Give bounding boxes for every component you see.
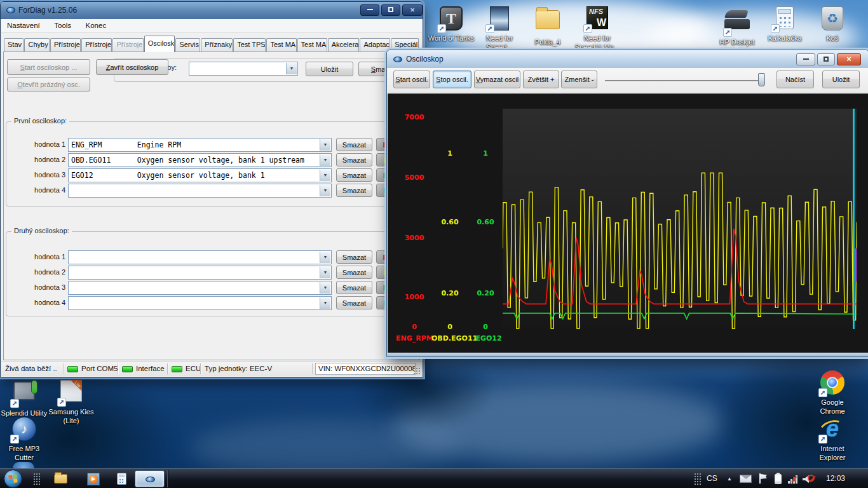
fordiag-window: ForDiag v1.25.06 × Nastavení Tools Konec… (0, 1, 423, 377)
scope2-row4-smazat-button[interactable]: Smazat (336, 296, 372, 309)
hodnota1-label: hodnota 1 (3, 253, 65, 261)
otevrit-prazdny-button[interactable]: Otevřít prázdný osc. (7, 78, 90, 92)
desktop-icon-samsung-kies[interactable]: Lite➚ Samsung Kies (Lite) (47, 379, 95, 425)
calculator-taskbar-icon[interactable] (117, 473, 126, 485)
network-tray-icon[interactable]: ✗ (788, 475, 798, 484)
chevron-down-icon[interactable]: ▼ (320, 154, 330, 166)
icon-label: Need for Speed... (475, 34, 524, 51)
desktop-icon-kos[interactable]: ♻ Koš (808, 6, 857, 43)
scope2-row2-smazat-button[interactable]: Smazat (336, 266, 372, 279)
tab-test-ma-2[interactable]: Test MA (297, 38, 327, 52)
desktop-icon-polda4[interactable]: Polda_4 (524, 6, 572, 46)
shortcut-arrow-icon: ➚ (10, 435, 19, 444)
scope1-hodnota3-combobox[interactable]: EGO12 Oxygen sensor voltage, bank 1▼ (68, 168, 332, 182)
chevron-down-icon[interactable]: ▼ (320, 139, 330, 151)
ulozit-button[interactable]: Uložit (822, 71, 860, 88)
desktop-icon-splendid-utility[interactable]: ➚ Splendid Utility (0, 379, 48, 417)
predvolby-ulozit-button[interactable]: Uložit (306, 62, 353, 76)
desktop-icon-free-mp3-cutter[interactable]: ♪➚ Free MP3 Cutter (0, 417, 48, 462)
stop-oscil-button[interactable]: Stop oscil. (433, 71, 471, 88)
scope2-hodnota1-combobox[interactable]: ▼ (68, 250, 332, 264)
action-center-flag-icon[interactable] (759, 473, 768, 484)
fordiag-titlebar[interactable]: ForDiag v1.25.06 × (1, 2, 423, 19)
chevron-down-icon[interactable]: ▼ (286, 63, 297, 74)
scope1-row1-smazat-button[interactable]: Smazat (336, 138, 372, 151)
start-osciloskop-button[interactable]: Start osciloskop ... (7, 59, 90, 75)
zoom-slider-track[interactable] (605, 80, 764, 81)
close-button[interactable]: × (837, 53, 861, 65)
quick-launch-grip[interactable] (33, 473, 41, 485)
status-ecu: ECU (186, 365, 201, 372)
scope1-hodnota4-combobox[interactable]: ▼ (68, 184, 332, 198)
tab-stav[interactable]: Stav (4, 38, 24, 52)
chevron-down-icon[interactable]: ▼ (320, 267, 330, 278)
scope2-hodnota3-combobox[interactable]: ▼ (68, 281, 332, 295)
icon-label: Koš (808, 34, 857, 43)
scope2-hodnota2-combobox[interactable]: ▼ (68, 266, 332, 280)
menu-konec[interactable]: Konec (80, 19, 112, 29)
desktop-icon-world-of-tanks[interactable]: T➚ World of Tanks (427, 6, 475, 43)
minimize-button[interactable] (360, 4, 379, 16)
hodnota4-label: hodnota 4 (3, 186, 65, 194)
mail-tray-icon[interactable] (740, 475, 752, 483)
scope1-row3-smazat-button[interactable]: Smazat (336, 168, 372, 182)
tab-adaptace[interactable]: Adaptac (360, 38, 390, 52)
media-player-taskbar-icon[interactable]: ▶ (87, 473, 100, 485)
close-button[interactable]: × (402, 4, 423, 16)
osciloskop-titlebar[interactable]: Osciloskop × (387, 50, 868, 68)
scope2-hodnota4-combobox[interactable]: ▼ (68, 296, 332, 310)
minimize-button[interactable] (796, 53, 815, 65)
scope1-hodnota2-combobox[interactable]: OBD.EGO11 Oxygen sensor voltage, bank 1 … (68, 153, 332, 167)
tray-grip[interactable] (694, 473, 702, 485)
nacist-button[interactable]: Načíst (776, 71, 814, 88)
desktop-icon-hp-deskjet[interactable]: ➚ HP Deskjet 2050 J51... (713, 6, 761, 55)
partial-desktop-icon[interactable] (13, 462, 34, 468)
maximize-button[interactable] (817, 53, 835, 65)
explorer-taskbar-icon[interactable] (54, 474, 67, 484)
tab-servis[interactable]: Servis (175, 38, 200, 52)
chevron-down-icon[interactable]: ▼ (320, 282, 330, 294)
menu-nastaveni[interactable]: Nastavení (1, 19, 46, 29)
zavrit-osciloskop-button[interactable]: Zavřít osciloskop (96, 59, 168, 75)
vymazat-oscil-button[interactable]: Vymazat oscil (474, 71, 520, 88)
chevron-down-icon[interactable]: ▼ (320, 252, 330, 263)
chevron-down-icon[interactable]: ▼ (320, 297, 330, 309)
language-indicator[interactable]: CS (707, 474, 717, 483)
desktop-icon-kalkulacka[interactable]: ➚ Kalkulačka (761, 6, 809, 43)
combo-value: OBD.EGO11 Oxygen sensor voltage, bank 1 … (71, 156, 318, 165)
maximize-button[interactable] (381, 4, 400, 16)
tab-chyby[interactable]: Chyby (24, 38, 50, 52)
scope2-row1-smazat-button[interactable]: Smazat (336, 250, 372, 264)
tab-priznaky[interactable]: Příznaky (201, 38, 233, 52)
tab-pristroje-2[interactable]: Přístroje (81, 38, 112, 52)
scope2-row3-smazat-button[interactable]: Smazat (336, 281, 372, 294)
legend-ego12: EGO12 (473, 334, 504, 342)
tab-test-ma-1[interactable]: Test MA (266, 38, 296, 52)
desktop-icon-need-for-speed[interactable]: ➚ Need for Speed... (475, 6, 524, 51)
desktop-icon-google-chrome[interactable]: ➚ Google Chrome (808, 370, 857, 416)
chevron-down-icon[interactable]: ▼ (320, 170, 330, 181)
predvolby-combobox[interactable]: ▼ (189, 62, 298, 76)
zoom-slider-thumb[interactable] (758, 73, 765, 86)
resize-grip[interactable] (413, 367, 421, 375)
fordiag-taskbar-button[interactable] (135, 470, 165, 487)
start-button[interactable] (4, 470, 22, 488)
menu-tools[interactable]: Tools (48, 19, 77, 29)
scope1-row2-smazat-button[interactable]: Smazat (336, 153, 372, 166)
desktop-icon-nfs-world[interactable]: NFSW➚ Need for Speed™ Mo... (573, 6, 621, 51)
folder-icon (536, 10, 560, 29)
desktop-icon-internet-explorer[interactable]: e➚ Internet Explorer (808, 417, 857, 462)
zmensit-button[interactable]: Zmenšit - (561, 71, 597, 88)
battery-tray-icon[interactable] (775, 474, 782, 484)
chevron-down-icon[interactable]: ▼ (320, 185, 330, 196)
tab-osciloskop[interactable]: Oscilosk (144, 36, 175, 52)
clock[interactable]: 12:03 (826, 474, 845, 483)
tray-expand-icon[interactable]: ▲ (727, 476, 732, 482)
start-oscil-button[interactable]: Start oscil. (393, 71, 430, 88)
scope1-row4-smazat-button[interactable]: Smazat (336, 184, 372, 197)
scope1-hodnota1-combobox[interactable]: ENG_RPM Engine RPM▼ (68, 138, 332, 152)
zvetsit-button[interactable]: Zvětšit + (523, 71, 559, 88)
tab-pristroje-1[interactable]: Přístroje (50, 38, 81, 52)
tab-akcelerace[interactable]: Akcelera (328, 38, 360, 52)
tab-test-tps[interactable]: Test TPS (233, 38, 266, 52)
